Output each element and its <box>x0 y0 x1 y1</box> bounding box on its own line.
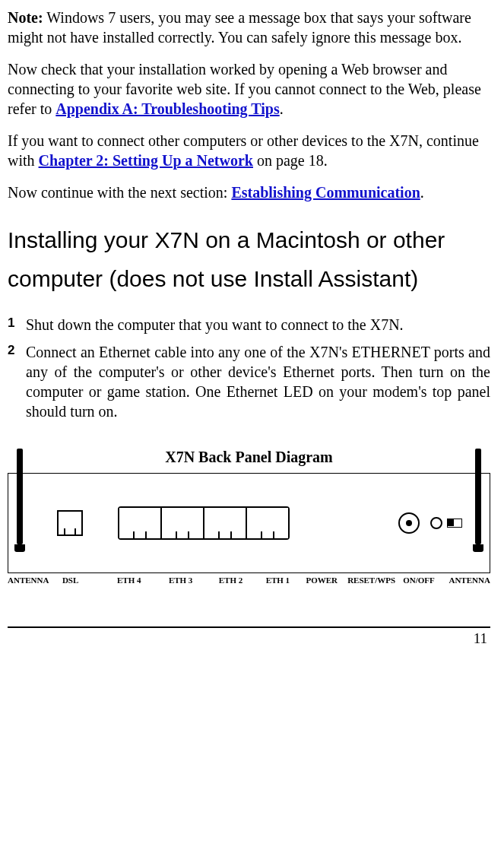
note-text: Windows 7 users, you may see a message b… <box>8 9 471 46</box>
list-item: Shut down the computer that you want to … <box>8 315 490 335</box>
appendix-a-link[interactable]: Appendix A: Troubleshooting Tips <box>55 100 279 117</box>
diagram-title: X7N Back Panel Diagram <box>8 447 490 467</box>
label-antenna-left: ANTENNA <box>8 575 53 585</box>
note-paragraph: Note: Windows 7 users, you may see a mes… <box>8 8 490 47</box>
footer-rule <box>8 626 490 628</box>
control-cluster <box>430 517 462 529</box>
label-reset: RESET/WPS <box>347 575 393 585</box>
continue-next-pre: Now continue with the next section: <box>8 184 231 201</box>
label-antenna-right: ANTENNA <box>445 575 490 585</box>
continue-next-paragraph: Now continue with the next section: Esta… <box>8 182 490 202</box>
check-install-paragraph: Now check that your installation worked … <box>8 59 490 119</box>
list-item: Connect an Ethernet cable into any one o… <box>8 342 490 421</box>
install-steps-list: Shut down the computer that you want to … <box>8 315 490 421</box>
back-panel-diagram: ANTENNA DSL ETH 4 ETH 3 ETH 2 ETH 1 POWE… <box>8 473 490 585</box>
reset-wps-button-icon <box>430 517 442 529</box>
ethernet-ports-icon <box>118 506 290 540</box>
eth4-port-icon <box>119 508 162 538</box>
check-install-post: . <box>280 100 284 117</box>
power-jack-icon <box>398 512 420 534</box>
connect-other-post: on page 18. <box>253 152 328 169</box>
label-eth1: ETH 1 <box>259 575 296 585</box>
page-number: 11 <box>8 630 490 649</box>
left-antenna-icon <box>14 494 25 552</box>
panel-labels-row: ANTENNA DSL ETH 4 ETH 3 ETH 2 ETH 1 POWE… <box>8 575 490 585</box>
label-eth2: ETH 2 <box>211 575 251 585</box>
panel-enclosure <box>8 473 490 573</box>
establishing-comm-link[interactable]: Establishing Communication <box>231 184 420 201</box>
chapter-2-link[interactable]: Chapter 2: Setting Up a Network <box>39 152 253 169</box>
document-page: Note: Windows 7 users, you may see a mes… <box>0 0 504 850</box>
right-antenna-icon <box>473 494 483 552</box>
on-off-switch-icon <box>447 519 462 528</box>
label-dsl: DSL <box>62 575 99 585</box>
label-eth3: ETH 3 <box>160 575 202 585</box>
note-label: Note: <box>8 9 43 26</box>
connect-other-paragraph: If you want to connect other computers o… <box>8 131 490 170</box>
continue-next-post: . <box>420 184 424 201</box>
eth2-port-icon <box>204 508 247 538</box>
eth1-port-icon <box>247 508 288 538</box>
label-onoff: ON/OFF <box>402 575 436 585</box>
step-1-text: Shut down the computer that you want to … <box>26 316 404 333</box>
label-power: POWER <box>305 575 338 585</box>
eth3-port-icon <box>162 508 204 538</box>
section-heading: Installing your X7N on a Macintosh or ot… <box>8 220 490 298</box>
step-2-text: Connect an Ethernet cable into any one o… <box>26 342 490 421</box>
dsl-port-icon <box>57 510 83 536</box>
label-eth4: ETH 4 <box>108 575 151 585</box>
